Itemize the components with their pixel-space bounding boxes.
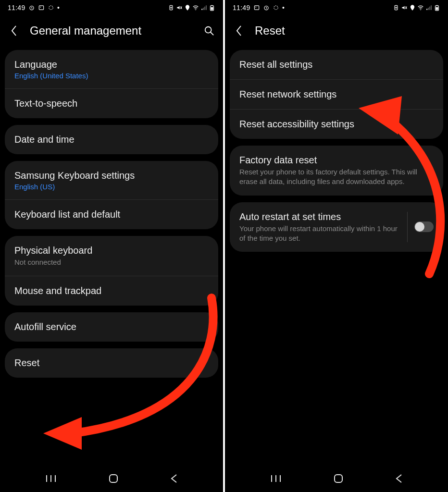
row-samsung-keyboard[interactable]: Samsung Keyboard settings English (US) — [5, 161, 218, 199]
header: Reset — [225, 15, 448, 50]
svg-line-10 — [211, 32, 213, 35]
back-button[interactable] — [234, 25, 244, 36]
reset-list: Reset all settings Reset network setting… — [225, 50, 448, 467]
dot-icon: • — [282, 4, 285, 11]
auto-restart-toggle[interactable] — [414, 221, 434, 232]
row-reset-network[interactable]: Reset network settings — [230, 79, 443, 109]
page-title: Reset — [255, 24, 439, 37]
back-button[interactable] — [9, 25, 19, 36]
svg-rect-16 — [254, 6, 259, 10]
svg-rect-28 — [335, 475, 342, 482]
alarm-icon — [263, 4, 270, 11]
row-reset-accessibility[interactable]: Reset accessibility settings — [230, 109, 443, 139]
battery-icon — [434, 4, 440, 11]
header: General management — [0, 15, 223, 50]
phone-left: 11:49 • General management Language — [0, 0, 223, 492]
row-autofill[interactable]: Autofill service — [5, 312, 218, 342]
settings-list: Language English (United States) Text-to… — [0, 50, 223, 467]
svg-point-5 — [195, 10, 196, 10]
recents-button[interactable] — [45, 474, 57, 485]
status-time: 11:49 — [233, 4, 250, 12]
image-icon — [253, 4, 260, 11]
page-title: General management — [30, 24, 193, 37]
row-text-to-speech[interactable]: Text-to-speech — [5, 88, 218, 118]
row-language[interactable]: Language English (United States) — [5, 50, 218, 88]
svg-rect-23 — [436, 5, 438, 6]
svg-point-2 — [40, 7, 41, 8]
row-keyboard-list[interactable]: Keyboard list and default — [5, 199, 218, 229]
mute-icon — [176, 4, 183, 11]
battery-saver-icon — [393, 4, 399, 11]
image-icon — [38, 4, 45, 11]
home-button[interactable] — [108, 473, 119, 486]
row-date-and-time[interactable]: Date and time — [5, 125, 218, 154]
status-bar: 11:49 • — [0, 0, 223, 15]
signal-icon — [200, 4, 207, 11]
row-mouse-trackpad[interactable]: Mouse and trackpad — [5, 276, 218, 306]
svg-point-9 — [205, 27, 212, 33]
row-auto-restart[interactable]: Auto restart at set times Your phone wil… — [230, 202, 443, 252]
divider — [407, 212, 408, 243]
back-nav-button[interactable] — [395, 473, 403, 486]
battery-icon — [209, 4, 215, 11]
phone-right: 11:49 • Reset Reset all settings Reset — [225, 0, 448, 492]
svg-point-17 — [255, 7, 256, 8]
svg-point-19 — [274, 6, 277, 10]
row-reset[interactable]: Reset — [5, 348, 218, 378]
signal-icon — [425, 4, 432, 11]
battery-saver-icon — [168, 4, 174, 11]
loading-icon — [273, 4, 279, 11]
svg-rect-14 — [110, 475, 117, 482]
row-physical-keyboard[interactable]: Physical keyboard Not connected — [5, 236, 218, 276]
nav-bar — [0, 467, 223, 492]
loading-icon — [48, 4, 54, 11]
back-nav-button[interactable] — [170, 473, 178, 486]
row-factory-reset[interactable]: Factory data reset Reset your phone to i… — [230, 146, 443, 196]
wifi-icon — [417, 4, 424, 11]
dot-icon: • — [57, 4, 60, 11]
status-bar: 11:49 • — [225, 0, 448, 15]
svg-point-3 — [49, 6, 52, 10]
svg-rect-8 — [211, 7, 213, 10]
svg-point-21 — [420, 10, 421, 10]
location-icon — [409, 4, 416, 11]
home-button[interactable] — [333, 473, 344, 486]
status-time: 11:49 — [8, 4, 25, 12]
wifi-icon — [192, 4, 199, 11]
row-reset-all[interactable]: Reset all settings — [230, 50, 443, 79]
mute-icon — [401, 4, 408, 11]
search-button[interactable] — [204, 25, 214, 36]
nav-bar — [225, 467, 448, 492]
svg-rect-1 — [39, 6, 43, 10]
location-icon — [184, 4, 191, 11]
recents-button[interactable] — [270, 474, 282, 485]
svg-rect-24 — [436, 7, 438, 10]
alarm-icon — [28, 4, 35, 11]
svg-rect-7 — [211, 5, 213, 6]
